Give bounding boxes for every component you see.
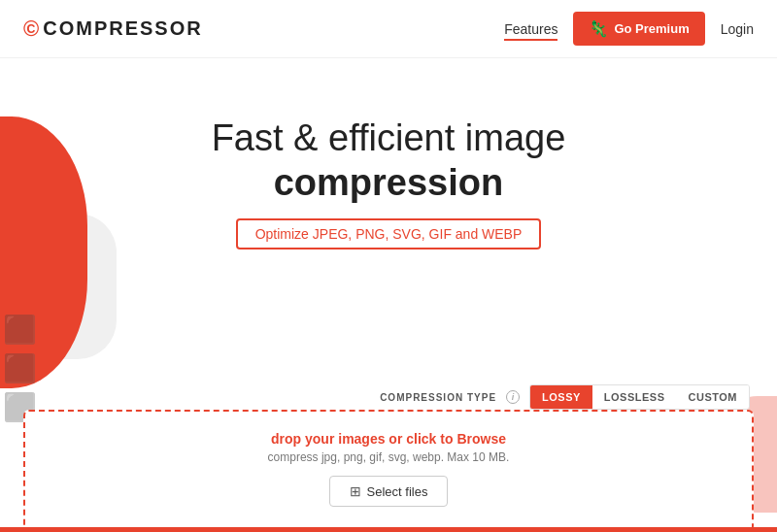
header: © COMPRESSOR Features 🦎 Go Premium Login — [0, 0, 777, 58]
go-premium-button[interactable]: 🦎 Go Premium — [573, 12, 704, 46]
select-files-button[interactable]: ⊞ Select files — [329, 476, 449, 507]
upload-section: COMPRESSION TYPE i LOSSY LOSSLESS CUSTOM… — [0, 384, 777, 532]
main-content: Fast & efficient image compression Optim… — [0, 58, 777, 249]
premium-icon: 🦎 — [589, 19, 608, 38]
blob-icon-1: ⬛ — [3, 316, 37, 344]
drop-primary-text: drop your images or click to Browse — [271, 431, 506, 447]
logo-text: COMPRESSOR — [43, 17, 202, 40]
nav: Features 🦎 Go Premium Login — [504, 12, 754, 46]
logo[interactable]: © COMPRESSOR — [23, 17, 203, 40]
nav-features-link[interactable]: Features — [504, 21, 557, 37]
premium-label: Go Premium — [614, 21, 689, 36]
logo-icon: © — [23, 18, 39, 40]
hero-title-line2: compression — [212, 161, 566, 206]
tab-lossy[interactable]: LOSSY — [530, 385, 592, 409]
hero-title: Fast & efficient image compression — [212, 116, 566, 205]
bottom-bar — [0, 527, 777, 532]
hero-title-line1: Fast & efficient image — [212, 117, 566, 158]
drop-zone[interactable]: drop your images or click to Browse comp… — [23, 410, 754, 532]
compression-type-bar: COMPRESSION TYPE i LOSSY LOSSLESS CUSTOM — [23, 384, 754, 410]
compression-tabs: LOSSY LOSSLESS CUSTOM — [529, 384, 750, 410]
tab-lossless[interactable]: LOSSLESS — [592, 385, 677, 409]
select-files-icon: ⊞ — [350, 483, 361, 499]
nav-login-link[interactable]: Login — [721, 21, 754, 37]
tab-custom[interactable]: CUSTOM — [677, 385, 749, 409]
drop-secondary-text: compress jpg, png, gif, svg, webp. Max 1… — [268, 450, 510, 464]
blob-icon-2: ⬛ — [3, 355, 37, 382]
compression-info-icon[interactable]: i — [506, 390, 520, 404]
compression-label: COMPRESSION TYPE — [380, 392, 496, 403]
select-files-label: Select files — [367, 484, 428, 499]
hero-subtitle: Optimize JPEG, PNG, SVG, GIF and WEBP — [236, 218, 542, 249]
